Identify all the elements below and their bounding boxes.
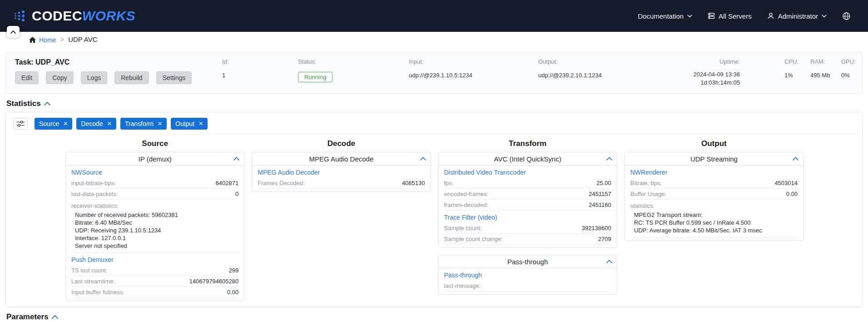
receiver-statistics-block: receiver-statistics: Number of received … xyxy=(71,200,238,253)
column-transform-title: Transform xyxy=(438,139,617,148)
chip-source[interactable]: Source✕ xyxy=(35,118,72,130)
stat-line: MPEG2 Transport stream: xyxy=(630,211,798,219)
stat-line: Number of received packets: 59602381 xyxy=(71,211,238,219)
nwsource-link[interactable]: NWSource xyxy=(71,166,238,178)
statistics-panel: Source✕ Decode✕ Transform✕ Output✕ Sourc… xyxy=(5,112,863,307)
navbar: CODECWORKS Documentation All Servers Adm… xyxy=(0,0,868,32)
stat-line: Bitrate: 6.40 MBit/Sec xyxy=(71,219,238,226)
stat-row: lost-data-packets:0 xyxy=(71,189,238,200)
stat-line: RC: TS PCR Buffer 0.599 sec / InRate 4.5… xyxy=(630,219,798,226)
breadcrumb-home-link[interactable]: Home xyxy=(29,33,56,45)
logo-dots-icon xyxy=(14,10,27,22)
status-label: Status: xyxy=(298,58,332,65)
app-logo[interactable]: CODECWORKS xyxy=(14,8,135,24)
stat-value: 6402871 xyxy=(216,180,239,186)
close-icon[interactable]: ✕ xyxy=(63,121,68,126)
task-summary-card: Task: UDP_AVC Edit Copy Logs Rebuild Set… xyxy=(5,52,863,94)
settings-button[interactable]: Settings xyxy=(156,71,192,84)
stat-row: Buffer Usage:0.00 xyxy=(630,189,798,200)
edit-button[interactable]: Edit xyxy=(15,71,39,84)
push-demuxer-link[interactable]: Push Demuxer xyxy=(71,253,238,265)
stat-value: 2451160 xyxy=(589,201,611,208)
output-label: Output: xyxy=(538,58,602,65)
nav-user-menu[interactable]: Administrator xyxy=(767,12,827,20)
nav-user-label: Administrator xyxy=(778,12,818,20)
chip-output-label: Output xyxy=(175,120,194,127)
chip-source-label: Source xyxy=(39,120,59,127)
chip-decode[interactable]: Decode✕ xyxy=(76,118,116,130)
uptime-duration: 1d:03h:14m:05 xyxy=(693,79,740,87)
cpu-value: 1% xyxy=(784,72,799,79)
statistics-heading: Statistics xyxy=(6,99,868,108)
logo-works: WORKS xyxy=(82,8,136,23)
chevron-up-icon xyxy=(10,30,16,34)
collapse-parameters-icon[interactable] xyxy=(52,315,58,319)
stat-label: Sample count: xyxy=(444,225,482,231)
stat-line: Interface: 127.0.0.1 xyxy=(71,234,238,242)
chevron-down-icon xyxy=(687,15,692,18)
input-value: udp://@239.1.10.5:1234 xyxy=(409,72,472,79)
trace-filter-video-link[interactable]: Trace Filter (video) xyxy=(444,211,611,223)
nav-documentation[interactable]: Documentation xyxy=(638,12,692,20)
collapse-card-icon[interactable] xyxy=(793,157,799,161)
globe-icon xyxy=(842,12,851,20)
logs-button[interactable]: Logs xyxy=(81,71,107,84)
breadcrumb: Home > UDP AVC xyxy=(0,32,868,46)
chip-transform[interactable]: Transform✕ xyxy=(120,118,167,130)
id-label: Id: xyxy=(222,58,228,65)
stat-label: statistics: xyxy=(630,201,798,211)
field-uptime: Uptime: 2024-04-09 13:36 1d:03h:14m:05 xyxy=(693,58,740,87)
chevron-down-icon xyxy=(822,15,827,18)
collapse-card-icon[interactable] xyxy=(606,157,612,161)
stat-label: Frames Decoded: xyxy=(258,180,304,186)
stat-row: encoded-frames:2451157 xyxy=(444,189,611,200)
column-decode: Decode MPEG Audio Decode MPEG Audio Deco… xyxy=(252,139,431,192)
column-decode-title: Decode xyxy=(252,139,431,148)
close-icon[interactable]: ✕ xyxy=(107,121,112,126)
logo-codec: CODEC xyxy=(32,8,82,23)
cpu-label: CPU: xyxy=(784,58,799,65)
home-icon xyxy=(29,37,36,43)
chip-output[interactable]: Output✕ xyxy=(171,118,208,130)
stat-value: 140679794605280 xyxy=(189,278,238,285)
stat-row: input-bitrate-bps:6402871 xyxy=(71,178,238,189)
copy-button[interactable]: Copy xyxy=(46,71,74,84)
stat-value: 2451157 xyxy=(589,191,611,197)
stat-row: last-message: xyxy=(444,281,611,292)
distributed-video-transcoder-link[interactable]: Distributed Video Transcoder xyxy=(444,166,611,178)
column-source-title: Source xyxy=(65,139,244,148)
stat-label: receiver-statistics: xyxy=(71,201,238,211)
nwrenderer-link[interactable]: NWRenderer xyxy=(630,166,798,178)
stat-label: TS lost count: xyxy=(71,267,107,274)
collapse-card-icon[interactable] xyxy=(420,157,426,161)
stat-label: input-bitrate-bps: xyxy=(71,180,116,186)
field-input: Input: udp://@239.1.10.5:1234 xyxy=(409,58,472,79)
navbar-collapse-button[interactable] xyxy=(7,26,20,38)
field-output: Output: udp://@239.2.10.1:1234 xyxy=(538,58,602,79)
stat-row: fps:25.00 xyxy=(444,178,611,189)
mpeg-audio-decoder-link[interactable]: MPEG Audio Decoder xyxy=(258,166,425,178)
field-cpu: CPU: 1% xyxy=(784,58,799,79)
collapse-statistics-icon[interactable] xyxy=(44,102,50,106)
rebuild-button[interactable]: Rebuild xyxy=(114,71,149,84)
filter-button[interactable] xyxy=(13,118,28,130)
field-status: Status: Running xyxy=(298,58,332,82)
close-icon[interactable]: ✕ xyxy=(198,121,203,126)
nav-all-servers[interactable]: All Servers xyxy=(708,12,752,20)
statistics-columns: Source IP (demux) NWSource input-bitrate… xyxy=(65,139,804,301)
stat-row: Sample count:392138600 xyxy=(444,223,611,234)
stat-row: Last streamtime:140679794605280 xyxy=(71,276,238,287)
close-icon[interactable]: ✕ xyxy=(158,121,162,126)
stat-label: lost-data-packets: xyxy=(71,191,118,197)
input-label: Input: xyxy=(409,58,472,65)
collapse-card-icon[interactable] xyxy=(606,260,612,263)
card-ip-demux-title: IP (demux) xyxy=(139,155,172,163)
pass-through-link[interactable]: Pass-through xyxy=(444,268,611,281)
stat-label: Input buffer fullness: xyxy=(71,289,124,296)
stat-value: 25.00 xyxy=(596,180,611,186)
stat-row: TS lost count:299 xyxy=(71,265,238,276)
uptime-date: 2024-04-09 13:36 xyxy=(693,70,740,79)
collapse-card-icon[interactable] xyxy=(233,157,239,161)
status-badge: Running xyxy=(298,72,332,82)
nav-language[interactable] xyxy=(842,12,851,20)
